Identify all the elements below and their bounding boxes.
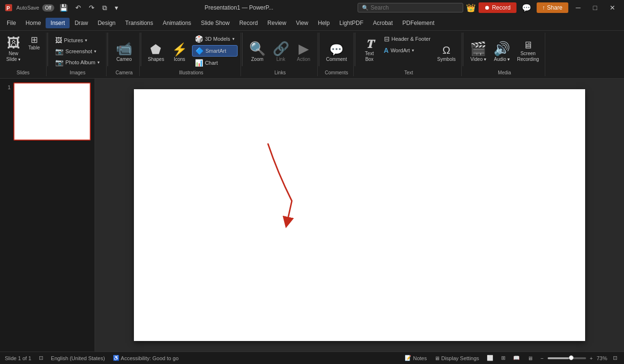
zoom-out-button[interactable]: − <box>539 355 545 361</box>
menu-review[interactable]: Review <box>263 18 291 28</box>
zoom-in-button[interactable]: + <box>588 355 595 361</box>
zoom-label: Zoom <box>251 57 264 62</box>
action-button[interactable]: ▶ Action <box>293 34 314 64</box>
shapes-button[interactable]: ⬟ Shapes <box>145 34 167 64</box>
3d-models-button[interactable]: 🎲 3D Models ▾ <box>192 34 238 44</box>
save-button[interactable]: 💾 <box>57 3 70 12</box>
menu-view[interactable]: View <box>291 18 313 28</box>
text-box-button[interactable]: 𝐓 TextBox <box>359 34 380 64</box>
menu-animations[interactable]: Animations <box>158 18 196 28</box>
menu-home[interactable]: Home <box>21 18 46 28</box>
menu-file[interactable]: File <box>2 18 21 28</box>
smartart-button[interactable]: 🔷 SmartArt <box>192 45 238 57</box>
menu-help[interactable]: Help <box>313 18 335 28</box>
screenshot-arrow: ▾ <box>94 49 96 54</box>
comments-content: 💬 Comment <box>323 34 349 69</box>
menu-acrobat[interactable]: Acrobat <box>368 18 397 28</box>
divider-1 <box>48 33 48 66</box>
fit-slide-button[interactable]: ⊡ <box>37 355 45 361</box>
video-label: Video ▾ <box>470 57 486 62</box>
action-label: Action <box>297 57 311 62</box>
accessibility-button[interactable]: ♿ Accessibility: Good to go <box>111 355 180 361</box>
pictures-label: Pictures <box>64 37 83 43</box>
new-slide-label: NewSlide <box>6 51 21 62</box>
wordart-button[interactable]: A WordArt ▾ <box>381 45 433 56</box>
menu-slideshow[interactable]: Slide Show <box>196 18 234 28</box>
cameo-button[interactable]: 📹 Cameo <box>113 34 135 64</box>
record-button-title[interactable]: ⏺ Record <box>479 2 516 13</box>
menu-transitions[interactable]: Transitions <box>120 18 158 28</box>
video-button[interactable]: 🎬 Video ▾ <box>467 34 490 64</box>
present-button[interactable]: ⧉ <box>100 3 109 13</box>
header-footer-button[interactable]: ⊟ Header & Footer <box>381 34 433 44</box>
canvas-area <box>95 79 624 352</box>
menu-record[interactable]: Record <box>234 18 263 28</box>
symbols-button[interactable]: Ω Symbols <box>434 34 458 64</box>
pictures-arrow: ▾ <box>85 38 87 43</box>
menu-lightpdf[interactable]: LightPDF <box>335 18 368 28</box>
text-content: 𝐓 TextBox ⊟ Header & Footer A WordArt ▾ … <box>359 34 459 69</box>
audio-button[interactable]: 🔊 Audio ▾ <box>491 34 513 64</box>
zoom-slider[interactable] <box>548 357 586 359</box>
presenter-view-button[interactable]: 🖥 <box>526 355 535 361</box>
cameo-icon: 📹 <box>116 42 132 56</box>
chart-button[interactable]: 📊 Chart <box>192 58 238 68</box>
customize-qat-button[interactable]: ▾ <box>112 3 120 12</box>
search-input[interactable] <box>371 4 457 11</box>
menu-pdfelement[interactable]: PDFelement <box>397 18 439 28</box>
menu-design[interactable]: Design <box>93 18 120 28</box>
fit-page-button[interactable]: ⊡ <box>611 355 619 361</box>
comment-icon: 💬 <box>329 44 344 56</box>
illustrations-group-label: Illustrations <box>179 70 204 75</box>
menu-draw[interactable]: Draw <box>70 18 93 28</box>
audio-label: Audio ▾ <box>494 57 510 62</box>
menu-insert[interactable]: Insert <box>46 18 70 28</box>
minimize-button[interactable]: ─ <box>571 2 586 13</box>
notes-button[interactable]: 📝 Notes <box>403 355 429 361</box>
search-box[interactable]: 🔍 <box>358 3 463 12</box>
comments-group-label: Comments <box>325 70 348 75</box>
autosave-toggle[interactable]: Off <box>42 4 54 12</box>
slide-sorter-button[interactable]: ⊞ <box>499 355 507 361</box>
status-bar: Slide 1 of 1 ⊡ English (United States) ♿… <box>0 352 624 364</box>
redo-button[interactable]: ↷ <box>86 3 97 12</box>
close-button[interactable]: ✕ <box>605 2 620 13</box>
ribbon-group-media: 🎬 Video ▾ 🔊 Audio ▾ 🖥 ScreenRecording Me… <box>464 33 545 76</box>
accessibility-icon: ♿ <box>113 355 120 361</box>
text-group-label: Text <box>404 70 413 75</box>
table-icon: ⊞ <box>31 35 38 44</box>
icons-button[interactable]: ⚡ Icons <box>169 34 190 64</box>
normal-view-button[interactable]: ⬜ <box>485 355 495 361</box>
new-slide-icon: 🖼 <box>7 36 20 50</box>
table-button[interactable]: ⊞ Table <box>25 34 43 53</box>
ribbon-group-images: 🖼 Pictures ▾ 📷 Screenshot ▾ 📷 Photo Albu… <box>49 33 107 76</box>
filename-label: Presentation1 — PowerP... <box>204 4 273 11</box>
link-label: Link <box>276 57 285 62</box>
photo-album-button[interactable]: 📷 Photo Album ▾ <box>52 57 102 68</box>
reading-view-button[interactable]: 📖 <box>511 355 522 361</box>
screenshot-button[interactable]: 📷 Screenshot ▾ <box>52 46 99 57</box>
maximize-button[interactable]: □ <box>588 2 602 13</box>
display-settings-button[interactable]: 🖥 Display Settings <box>432 355 481 361</box>
undo-button[interactable]: ↶ <box>73 3 84 12</box>
photo-album-icon: 📷 <box>55 59 63 66</box>
crown-icon: 👑 <box>466 3 476 12</box>
camera-content: 📹 Cameo <box>113 34 135 69</box>
screen-recording-label: ScreenRecording <box>517 51 539 62</box>
slides-group-label: Slides <box>16 70 29 75</box>
comment-button[interactable]: 💬 Comment <box>323 34 349 64</box>
pictures-button[interactable]: 🖼 Pictures ▾ <box>52 35 90 46</box>
text-box-icon: 𝐓 <box>366 38 373 50</box>
comments-button-title[interactable]: 💬 <box>519 2 534 13</box>
zoom-level: 73% <box>597 355 607 361</box>
slide-canvas[interactable] <box>134 89 585 341</box>
display-settings-icon: 🖥 <box>434 355 440 361</box>
autosave-label: AutoSave <box>16 5 39 11</box>
screen-recording-button[interactable]: 🖥 ScreenRecording <box>514 34 542 64</box>
new-slide-button[interactable]: 🖼 NewSlide <box>3 34 24 64</box>
wordart-icon: A <box>384 47 389 54</box>
link-button[interactable]: 🔗 Link <box>270 34 292 64</box>
share-button[interactable]: ↑ Share <box>537 2 568 13</box>
zoom-button[interactable]: 🔍 Zoom <box>246 34 269 64</box>
slide-thumb-1[interactable] <box>13 82 91 141</box>
